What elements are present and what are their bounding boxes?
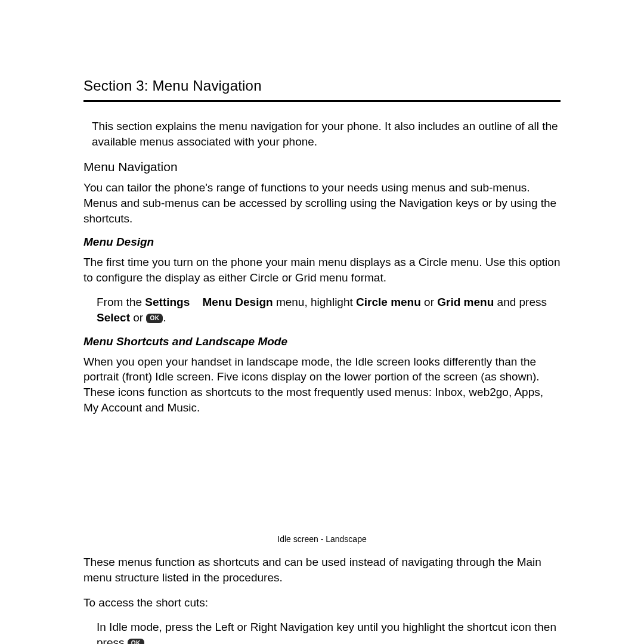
menu-design-heading: Menu Design [83, 236, 561, 249]
menu-shortcuts-paragraph: When you open your handset in landscape … [83, 354, 561, 416]
shortcuts-step: In Idle mode, press the Left or Right Na… [97, 620, 561, 644]
step-text: . [163, 311, 166, 324]
step-text: From the [97, 296, 145, 308]
grid-menu-label: Grid menu [437, 296, 494, 308]
section-rule [83, 100, 561, 102]
menu-navigation-paragraph: You can tailor the phone's range of func… [83, 180, 561, 226]
select-label: Select [97, 311, 130, 324]
ok-icon: OK [146, 314, 163, 323]
intro-paragraph: This section explains the menu navigatio… [92, 119, 561, 149]
step-text: or [421, 296, 437, 308]
menu-design-step: From the Settings Menu Design menu, high… [97, 295, 561, 325]
menu-shortcuts-heading: Menu Shortcuts and Landscape Mode [83, 335, 561, 348]
step-text: and press [494, 296, 547, 308]
section-title: Section 3: Menu Navigation [83, 78, 561, 94]
step-gap [190, 296, 202, 308]
menu-design-paragraph: The first time you turn on the phone you… [83, 255, 561, 285]
shortcuts-paragraph-2: These menus function as shortcuts and ca… [83, 555, 561, 585]
figure-caption: Idle screen - Landscape [83, 534, 561, 544]
step-text: In Idle mode, press the Left or Right Na… [97, 621, 556, 644]
circle-menu-label: Circle menu [356, 296, 421, 308]
menu-navigation-heading: Menu Navigation [83, 160, 561, 174]
menu-design-label: Menu Design [202, 296, 273, 308]
shortcuts-paragraph-3: To access the short cuts: [83, 595, 561, 611]
step-text: menu, highlight [273, 296, 356, 308]
step-text: . [144, 636, 147, 644]
ok-icon: OK [128, 639, 144, 644]
settings-label: Settings [145, 296, 190, 308]
step-text: or [130, 311, 146, 324]
